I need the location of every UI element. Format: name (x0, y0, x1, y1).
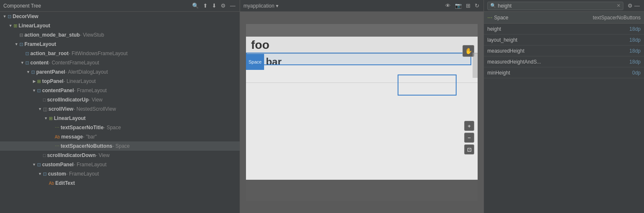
linear-icon: ⊞ (13, 23, 17, 29)
prop-value-min-height: 0dp (632, 70, 641, 76)
view-icon: □ (43, 153, 46, 158)
linear-icon: ⊞ (49, 116, 53, 121)
collapse-icon[interactable]: ⬆ (202, 2, 208, 10)
component-tree-toolbar: 🔍 ⬆ ⬇ ⚙ — (191, 2, 236, 10)
node-name: textSpacerNoButtons (61, 143, 112, 149)
zoom-out-button[interactable]: − (464, 133, 474, 143)
minimize-icon[interactable]: — (633, 2, 641, 10)
node-type: - ViewStub (80, 32, 104, 38)
tree-item-decorview[interactable]: ▼ ⊡ DecorView (0, 12, 240, 21)
foo-text: foo (251, 38, 270, 52)
search-input[interactable] (498, 3, 615, 9)
tree-item-scrollview[interactable]: ▼ ◫ scrollView - NestedScrollView (0, 104, 240, 114)
expand-icon[interactable]: ⬇ (211, 2, 217, 10)
frame-icon: ⊡ (31, 69, 35, 75)
prop-name-min-height: minHeight (487, 70, 632, 76)
node-type: - Space (112, 143, 130, 149)
prop-row-measured-height[interactable]: measuredHeight 18dp (484, 45, 644, 56)
expand-arrow[interactable]: ▼ (25, 70, 31, 74)
eye-icon[interactable]: 👁 (444, 2, 452, 10)
component-tree-title: Component Tree (3, 3, 41, 9)
tree-item-scrollindicatordown[interactable]: □ scrollIndicatorDown - View (0, 151, 240, 160)
node-type: - AlertDialogLayout (65, 69, 108, 75)
expand-arrow[interactable]: ▼ (8, 24, 13, 28)
settings-icon[interactable]: ⚙ (220, 2, 227, 10)
node-name: scrollIndicatorDown (47, 152, 96, 158)
prop-row-min-height[interactable]: minHeight 0dp (484, 67, 644, 78)
screenshot-icon[interactable]: 📷 (454, 2, 462, 10)
tree-item-textspacernotitle[interactable]: ⋯ textSpacerNoTitle - Space (0, 123, 240, 132)
node-type: - FrameLayout (66, 171, 99, 177)
zoom-controls: + − ⊡ (464, 121, 474, 154)
tree-item-action-bar-root[interactable]: ⊡ action_bar_root - FitWindowsFrameLayou… (0, 49, 240, 58)
node-type: - View (96, 152, 110, 158)
linear-icon: ⊞ (37, 79, 41, 84)
frame-icon: ⊡ (43, 171, 47, 177)
search-box[interactable]: 🔍 ✕ (487, 2, 623, 10)
node-name: DecorView (13, 13, 38, 19)
prop-row-height[interactable]: height 18dp (484, 24, 644, 35)
prop-row-layout-height[interactable]: layout_height 18dp (484, 35, 644, 45)
minimize-icon[interactable]: — (229, 2, 236, 10)
expand-arrow[interactable]: ▼ (43, 116, 49, 120)
frame-icon: ⊡ (8, 14, 11, 19)
tree-item-action-mode-bar[interactable]: ⊟ action_mode_bar_stub - ViewStub (0, 30, 240, 40)
tree-item-edittext[interactable]: Ab EditText (0, 178, 240, 188)
tree-item-content[interactable]: ▼ ⊡ content - ContentFrameLayout (0, 58, 240, 67)
tree-item-contentpanel[interactable]: ▼ ⊡ contentPanel - FrameLayout (0, 86, 240, 95)
tree-item-textspacernobuttons[interactable]: ⋯ textSpacerNoButtons - Space (0, 141, 240, 151)
expand-arrow[interactable]: ▼ (31, 162, 37, 167)
clear-search-icon[interactable]: ✕ (617, 3, 620, 8)
tree-item-scrollindicatorup[interactable]: □ scrollIndicatorUp - View (0, 95, 240, 104)
scroll-bar-vertical[interactable] (473, 53, 478, 78)
node-name: message (61, 134, 83, 140)
tree-item-toppanel[interactable]: ▶ ⊞ topPanel - LinearLayout (0, 77, 240, 86)
component-info-header: ⋯ Space textSpacerNoButtons (484, 12, 644, 24)
node-name: content (30, 60, 48, 66)
tree-item-linearlayout-root[interactable]: ▼ ⊞ LinearLayout (0, 21, 240, 30)
dialog-top-bar: foo (246, 37, 478, 53)
frame-icon: ⊡ (25, 60, 29, 66)
node-name: action_mode_bar_stub (24, 32, 80, 38)
expand-arrow[interactable]: ▼ (31, 88, 37, 93)
frame-icon: ⊡ (19, 42, 23, 47)
expand-arrow[interactable]: ▼ (2, 14, 8, 19)
expand-arrow[interactable]: ▼ (37, 172, 43, 176)
view-icon: □ (43, 97, 46, 102)
refresh-icon[interactable]: ↻ (474, 2, 480, 10)
component-tree-header: Component Tree 🔍 ⬆ ⬇ ⚙ — (0, 0, 240, 12)
node-type: - FrameLayout (74, 162, 107, 168)
node-name: custom (48, 171, 66, 177)
node-name: EditText (55, 180, 75, 186)
node-type: - NestedScrollView (73, 106, 116, 112)
node-type: - ContentFrameLayout (48, 60, 99, 66)
settings-icon[interactable]: ⚙ (627, 2, 633, 10)
node-name: scrollIndicatorUp (47, 97, 89, 103)
zoom-in-button[interactable]: + (464, 121, 474, 131)
chevron-down-icon[interactable]: ▾ (276, 3, 278, 9)
inner-selection-box (398, 75, 457, 96)
tree-item-parentpanel[interactable]: ▼ ⊡ parentPanel - AlertDialogLayout (0, 67, 240, 77)
expand-arrow[interactable]: ▼ (37, 107, 43, 111)
search-icon[interactable]: 🔍 (191, 2, 200, 10)
tree-item-linearlayout-inner[interactable]: ▼ ⊞ LinearLayout (0, 114, 240, 123)
expand-arrow[interactable]: ▼ (19, 61, 25, 65)
node-type: - LinearLayout (64, 78, 96, 84)
prop-name-measured-height-ands: measuredHeightAndS... (487, 59, 629, 65)
prop-row-measured-height-ands[interactable]: measuredHeightAndS... 18dp (484, 56, 644, 67)
fit-screen-button[interactable]: ⊡ (464, 144, 474, 154)
expand-arrow[interactable]: ▼ (13, 42, 19, 46)
tree-item-framelayout[interactable]: ▼ ⊡ FrameLayout (0, 40, 240, 49)
tree-item-custompanel[interactable]: ▼ ⊡ customPanel - FrameLayout (0, 160, 240, 169)
component-label: ⋯ Space (487, 15, 508, 21)
node-type: - FrameLayout (74, 88, 107, 93)
expand-arrow[interactable]: ▶ (31, 79, 37, 83)
node-type: - FitWindowsFrameLayout (69, 51, 128, 56)
app-selector[interactable]: myapplication ▾ (243, 3, 278, 9)
grid-icon[interactable]: ⊞ (465, 2, 471, 10)
tree-item-custom[interactable]: ▼ ⊡ custom - FrameLayout (0, 169, 240, 178)
component-instance-name: textSpacerNoButtons (593, 15, 641, 21)
tree-item-message[interactable]: Ab message - "bar" (0, 132, 240, 141)
node-name: action_bar_root (30, 51, 69, 56)
prop-value-measured-height-ands: 18dp (629, 59, 641, 65)
